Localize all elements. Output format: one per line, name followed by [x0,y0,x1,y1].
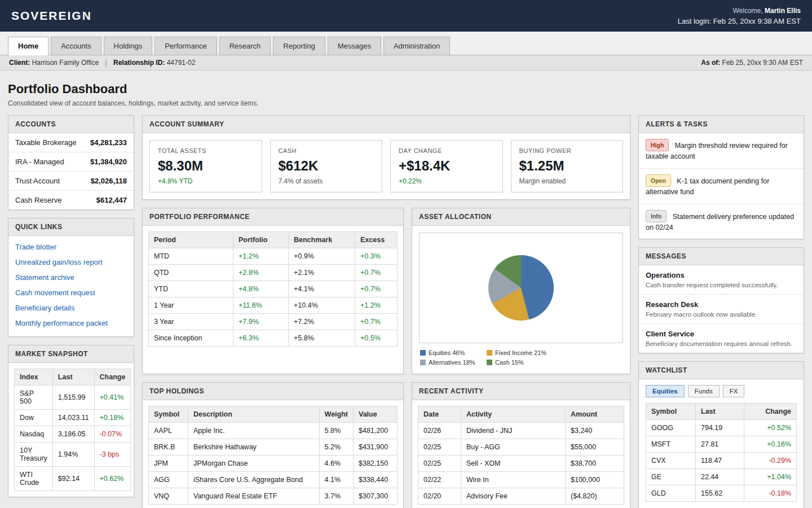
activity-amount: $3,240 [566,423,624,439]
mid-row-1: PORTFOLIO PERFORMANCE Period Portfolio B… [142,208,630,382]
as-of-value: Feb 25, 20xx 9:30 AM EST [722,59,803,67]
ticker-change: +1.04% [744,469,797,485]
account-row: IRA - Managed $1,384,920 [8,152,134,172]
panel-title: MARKET SNAPSHOT [8,345,134,363]
legend-item: Alternatives 18% [420,359,476,366]
tab-administration[interactable]: Administration [383,37,450,55]
stat-sub: +4.8% YTD [158,177,254,185]
panel-title: ACCOUNT SUMMARY [143,116,630,133]
panel-title: RECENT ACTIVITY [412,383,630,400]
stat-label: BUYING POWER [519,147,615,154]
legend-swatch [420,350,426,356]
watchlist-panel: WATCHLIST Equities Funds FX Symbol Last … [638,361,804,508]
accounts-panel: ACCOUNTS Taxable Brokerage $4,281,233 IR… [8,115,134,210]
portfolio-performance-panel: PORTFOLIO PERFORMANCE Period Portfolio B… [142,208,404,374]
client-info: Client: Harrison Family Office | Relatio… [9,59,195,67]
tab-holdings[interactable]: Holdings [104,37,153,55]
account-value: $2,026,118 [91,177,127,185]
legend-item: Cash 15% [487,359,622,366]
ticker-symbol: CVX [646,453,696,469]
excess-return: +0.3% [355,248,398,265]
panel-title: ASSET ALLOCATION [412,208,630,226]
alerts-list: High Margin threshold review required fo… [639,133,804,239]
message-item: Client Service Beneficiary documentation… [639,324,804,353]
benchmark-return: +2.1% [289,265,355,281]
legend-swatch [487,360,492,365]
as-of-label: As of: [701,59,720,67]
link-cash-movement[interactable]: Cash movement request [15,285,127,300]
holding-value: $338,440 [354,472,398,488]
tab-messages[interactable]: Messages [328,37,381,55]
top-holdings-panel: TOP HOLDINGS Symbol Description Weight V… [142,382,404,508]
col-benchmark: Benchmark [289,232,355,248]
ticker-last: 155.62 [696,485,744,502]
brand-logo: SOVEREIGN [11,9,92,23]
tab-performance[interactable]: Performance [155,37,217,55]
col-last: Last [52,369,94,386]
activity-amount: $100,000 [566,472,624,488]
table-row: QTD +2.8% +2.1% +0.7% [149,265,398,281]
tab-home[interactable]: Home [8,37,48,55]
holding-value: $307,300 [354,488,398,505]
watchlist-tab-equities[interactable]: Equities [646,385,685,397]
index-last: 1,515.99 [52,386,94,410]
table-row: Nasdaq 3,186.05 -0.07% [15,426,131,443]
accounts-list: Taxable Brokerage $4,281,233 IRA - Manag… [8,133,134,209]
portfolio-return: +1.2% [233,248,289,265]
index-change: +0.41% [94,386,131,410]
holding-description: Apple Inc. [188,423,320,439]
ticker-change: +0.52% [744,420,797,436]
table-row: CVX 118.47 -0.29% [646,453,797,469]
tab-accounts[interactable]: Accounts [51,37,101,55]
link-trade-blotter[interactable]: Trade blotter [15,239,127,255]
welcome-prefix: Welcome, [733,7,763,15]
stat-card-cash: CASH $612K 7.4% of assets [270,140,383,192]
as-of-info: As of: Feb 25, 20xx 9:30 AM EST [701,59,803,67]
ticker-change: -0.29% [744,453,797,469]
activity-date: 02/22 [418,472,461,488]
link-beneficiary-details[interactable]: Beneficiary details [15,300,127,316]
holding-description: iShares Core U.S. Aggregate Bond [188,472,320,488]
table-row: BRK.B Berkshire Hathaway 5.2% $431,900 [149,439,398,456]
holding-symbol: JPM [149,456,188,472]
message-text: February macro outlook now available. [646,311,797,318]
table-header-row: Index Last Change [15,369,131,386]
watchlist-tab-funds[interactable]: Funds [688,385,720,397]
excess-return: +0.7% [355,265,398,281]
middle-column: ACCOUNT SUMMARY TOTAL ASSETS $8.30M +4.8… [142,115,630,508]
message-item: Operations Cash transfer request complet… [639,265,804,295]
market-snapshot-table-wrap: Index Last Change S&P 500 1,515.99 +0.41… [8,363,134,497]
legend-label: Cash 15% [495,359,524,366]
link-statement-archive[interactable]: Statement archive [15,270,127,285]
col-portfolio: Portfolio [233,232,289,248]
tab-research[interactable]: Research [219,37,271,55]
panel-title: MESSAGES [639,248,804,265]
dashboard-columns: ACCOUNTS Taxable Brokerage $4,281,233 IR… [8,115,804,508]
watchlist-table-wrap: Symbol Last Change GOOG 794.19 +0.52% [639,397,804,508]
message-item: Research Desk February macro outlook now… [639,295,804,324]
link-performance-packet[interactable]: Monthly performance packet [15,316,127,331]
alert-item: High Margin threshold review required fo… [639,133,804,169]
ticker-last: 794.19 [696,420,744,436]
col-symbol: Symbol [149,406,188,423]
col-activity: Activity [461,406,566,423]
welcome-line: Welcome, Martin Ellis [678,7,801,15]
holding-value: $431,900 [354,439,398,456]
holding-weight: 3.7% [319,488,353,505]
watchlist-tab-fx[interactable]: FX [723,385,745,397]
messages-list: Operations Cash transfer request complet… [639,265,804,353]
holding-value: $382,150 [354,456,398,472]
link-gain-loss-report[interactable]: Unrealized gain/loss report [15,255,127,270]
recent-activity-panel: RECENT ACTIVITY Date Activity Amount [412,382,630,508]
table-row: 02/25 Sell - XOM $38,700 [418,456,624,472]
tab-reporting[interactable]: Reporting [273,37,325,55]
holding-weight: 4.6% [319,456,353,472]
legend-swatch [487,350,492,356]
col-index: Index [15,369,53,386]
legend-label: Equities 46% [429,349,465,356]
status-badge-info: Info [646,210,667,222]
ticker-symbol: GE [646,469,696,485]
ticker-last: 27.81 [696,436,744,453]
user-name: Martin Ellis [765,7,801,15]
status-badge-open: Open [646,174,671,187]
